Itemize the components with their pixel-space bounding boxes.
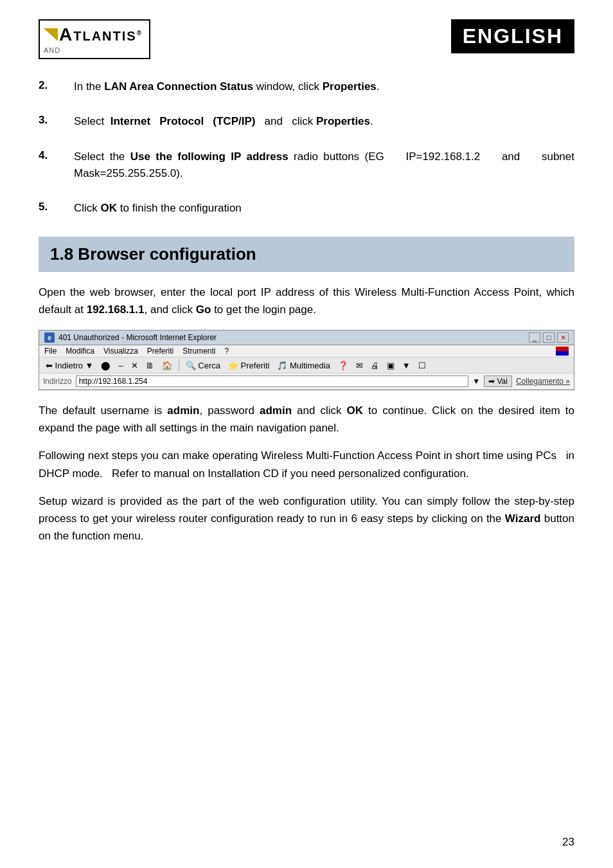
toolbar-separator	[179, 359, 179, 371]
menu-help[interactable]: ?	[225, 347, 229, 356]
menu-visualizza[interactable]: Visualizza	[103, 347, 138, 356]
steps-section: 2. In the LAN Area Connection Status win…	[39, 78, 574, 217]
browser-address-bar: Indirizzo ▼ ➡ Vai Collegamento »	[39, 374, 574, 390]
logo-box: ATLANTIS® AND	[39, 19, 150, 59]
browser-title-text: e 401 Unauthorized - Microsoft Internet …	[44, 332, 217, 343]
menu-strumenti[interactable]: Strumenti	[182, 347, 215, 356]
step-5: 5. Click OK to finish the configuration	[39, 200, 574, 217]
step-5-text: Click OK to finish the configuration	[74, 200, 574, 217]
back-button[interactable]: ⬅ Indietro ▼	[43, 360, 96, 371]
menu-preferiti[interactable]: Preferiti	[147, 347, 173, 356]
page-number: 23	[562, 836, 574, 849]
menu-file[interactable]: File	[44, 347, 57, 356]
step-3: 3. Select Internet Protocol (TCP/IP) and…	[39, 113, 574, 130]
dropdown-button[interactable]: ▼	[400, 360, 413, 371]
logo-triangle-icon	[44, 28, 58, 41]
blank-button[interactable]: ☐	[416, 360, 429, 371]
help-button[interactable]: ❓	[335, 360, 351, 371]
step-2-text: In the LAN Area Connection Status window…	[74, 78, 574, 95]
forward-button[interactable]: ⬤	[98, 360, 113, 371]
go-button[interactable]: ➡ Vai	[484, 375, 512, 387]
close-toolbar-button[interactable]: ✕	[129, 360, 141, 371]
home-button[interactable]: 🏠	[159, 360, 175, 371]
browser-controls[interactable]: _ □ ✕	[529, 332, 569, 343]
close-button[interactable]: ✕	[557, 332, 569, 343]
print-button[interactable]: 🖨	[368, 360, 382, 371]
browser-title-label: 401 Unauthorized - Microsoft Internet Ex…	[58, 333, 217, 342]
refresh-button[interactable]: 🗎	[143, 360, 157, 371]
section-paragraph3: Following next steps you can make operat…	[39, 447, 574, 482]
step-3-text: Select Internet Protocol (TCP/IP) and cl…	[74, 113, 574, 130]
section-heading: 1.8 Browser configuration	[39, 237, 574, 272]
favorites-button[interactable]: ⭐ Preferiti	[226, 360, 272, 371]
browser-icon: e	[44, 332, 55, 343]
logo-brand: ATLANTIS®	[44, 24, 143, 45]
section-paragraph4: Setup wizard is provided as the part of …	[39, 493, 574, 545]
browser-mockup: e 401 Unauthorized - Microsoft Internet …	[39, 330, 574, 390]
multimedia-button[interactable]: 🎵 Multimedia	[274, 360, 332, 371]
step-5-num: 5.	[39, 200, 74, 213]
menu-modifica[interactable]: Modifica	[66, 347, 94, 356]
step-2: 2. In the LAN Area Connection Status win…	[39, 78, 574, 95]
page: ATLANTIS® AND ENGLISH 2. In the LAN Area…	[0, 0, 613, 868]
logo-area: ATLANTIS® AND	[39, 19, 150, 59]
browser-toolbar: ⬅ Indietro ▼ ⬤ – ✕ 🗎 🏠 🔍 Cerca ⭐ Preferi…	[39, 357, 574, 374]
step-4-text: Select the Use the following IP address …	[74, 149, 574, 183]
atlantis-flag-icon	[553, 347, 569, 356]
step-4-num: 4.	[39, 149, 74, 162]
address-label: Indirizzo	[43, 377, 72, 386]
header: ATLANTIS® AND ENGLISH	[39, 19, 574, 59]
minimize-button[interactable]: _	[529, 332, 540, 343]
dropdown-arrow-icon[interactable]: ▼	[472, 377, 480, 386]
logo-subtitle: AND	[44, 46, 60, 54]
registered-icon: ®	[137, 30, 143, 37]
links-label[interactable]: Collegamento »	[516, 377, 570, 386]
logo-text: ATLANTIS®	[59, 24, 143, 45]
step-3-num: 3.	[39, 113, 74, 127]
english-label: ENGLISH	[451, 19, 574, 53]
section-paragraph2: The default username is admin, password …	[39, 402, 574, 437]
step-2-num: 2.	[39, 78, 74, 92]
stop-button[interactable]: –	[116, 360, 125, 371]
browser-menu-bar: File Modifica Visualizza Preferiti Strum…	[39, 345, 574, 357]
section-intro: Open the web browser, enter the local po…	[39, 284, 574, 318]
restore-button[interactable]: □	[543, 332, 555, 343]
browser-title-bar: e 401 Unauthorized - Microsoft Internet …	[39, 330, 574, 345]
grid-button[interactable]: ▣	[384, 360, 397, 371]
mail-button[interactable]: ✉	[353, 360, 366, 371]
search-button[interactable]: 🔍 Cerca	[183, 360, 223, 371]
address-input[interactable]	[76, 375, 469, 387]
step-4: 4. Select the Use the following IP addre…	[39, 149, 574, 183]
